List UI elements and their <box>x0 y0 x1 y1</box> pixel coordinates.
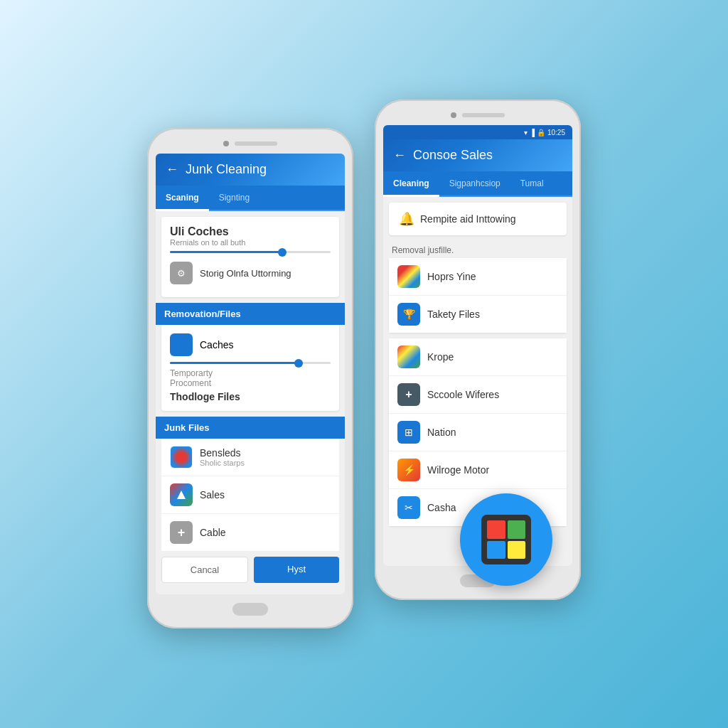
back-arrow-2-icon[interactable]: ← <box>393 148 406 163</box>
phone-1-title: Junk Cleaning <box>186 162 267 177</box>
phone-1: ← Junk Cleaning Scaning Signting Uli Coc… <box>147 128 353 628</box>
svg-marker-0 <box>177 491 186 499</box>
phone-1-screen: ← Junk Cleaning Scaning Signting Uli Coc… <box>156 154 345 594</box>
win-quad-yellow <box>508 541 526 560</box>
proc-label: Procoment <box>170 378 331 388</box>
phone-1-top <box>156 141 345 146</box>
section2-card: 👤 Caches Temporarty Procoment Thodloge F… <box>161 325 339 411</box>
back-arrow-icon[interactable]: ← <box>166 162 178 177</box>
section2-title: Removation/Files <box>156 303 345 325</box>
takety-files-icon: 🏆 <box>397 303 420 326</box>
bottom-bar: Cancal Hyst <box>161 557 339 583</box>
primary-button[interactable]: Hyst <box>254 557 339 583</box>
bensleds-item[interactable]: Bensleds Sholic starps <box>161 439 339 476</box>
sccoole-icon: + <box>397 383 420 406</box>
speaker <box>235 141 277 146</box>
krope-item[interactable]: Krope <box>389 338 567 376</box>
junk-files-list: Bensleds Sholic starps Sales + Cable <box>161 439 339 551</box>
phone-1-header: ← Junk Cleaning <box>156 154 345 186</box>
front-camera-2 <box>451 112 456 118</box>
phone-2-status-bar: ▾ ▐ 🔒 10:25 <box>383 125 572 139</box>
tab-sigpanhcsiop[interactable]: Sigpanhcsiop <box>439 171 510 196</box>
phone-2-top <box>383 112 572 118</box>
phone-1-tabs: Scaning Signting <box>156 186 345 211</box>
caches-row: 👤 Caches <box>170 333 331 356</box>
krope-name: Krope <box>427 351 454 363</box>
phone-2-screen: ▾ ▐ 🔒 10:25 ← Consoe Sales Cleaning Sigp… <box>383 125 572 566</box>
wilroge-icon: ⚡ <box>397 459 420 481</box>
cable-icon: + <box>170 521 193 544</box>
takety-files-name: Takety Files <box>427 309 480 320</box>
caches-thumb <box>294 359 303 368</box>
windows-icon <box>481 515 531 564</box>
tab-scaning[interactable]: Scaning <box>156 186 209 210</box>
home-button[interactable] <box>232 603 268 616</box>
win-quad-blue <box>487 541 505 560</box>
bensleds-text: Bensleds Sholic starps <box>200 447 331 467</box>
cable-item[interactable]: + Cable <box>161 514 339 551</box>
rempite-bar[interactable]: 🔔 Rempite aid Inttowing <box>389 203 567 235</box>
caches-fill <box>170 362 299 364</box>
slider-row <box>170 251 331 253</box>
hoprs-yine-name: Hoprs Yine <box>427 271 476 282</box>
cable-name: Cable <box>200 527 331 538</box>
wilroge-item[interactable]: ⚡ Wilroge Motor <box>389 451 567 489</box>
windows-badge <box>460 493 552 586</box>
sales-name: Sales <box>200 489 331 500</box>
caches-slider <box>170 362 331 364</box>
phone-2-header: ← Consoe Sales <box>383 139 572 171</box>
casha-icon: ✂ <box>397 496 420 519</box>
hoprs-yine-item[interactable]: Hoprs Yine <box>389 258 567 296</box>
cancel-button[interactable]: Cancal <box>161 557 248 583</box>
win-quad-green <box>508 520 526 539</box>
time-display: 10:25 <box>547 129 565 136</box>
caches-track[interactable] <box>170 362 331 364</box>
nation-icon: ⊞ <box>397 421 420 444</box>
storage-label: Storig Olnfa Uttorming <box>200 268 291 279</box>
cable-text: Cable <box>200 527 331 538</box>
slider-fill <box>170 251 282 253</box>
win-quad-red <box>487 520 505 539</box>
sales-icon <box>170 483 193 506</box>
phone-2-title: Consoe Sales <box>413 148 493 163</box>
slider-thumb <box>278 248 287 257</box>
bensleds-name: Bensleds <box>200 447 331 459</box>
sales-text: Sales <box>200 489 331 500</box>
tab-cleaning[interactable]: Cleaning <box>383 171 439 196</box>
group1-list: Hoprs Yine 🏆 Takety Files <box>389 258 567 333</box>
phone-2-tabs: Cleaning Sigpanhcsiop Tumal <box>383 171 572 197</box>
slider-track[interactable] <box>170 251 331 253</box>
user-subtitle: Rernials on to all buth <box>170 238 331 247</box>
section3-title: Junk Files <box>156 417 345 439</box>
front-camera <box>223 141 229 146</box>
user-card: Uli Coches Rernials on to all buth ⚙ Sto… <box>161 217 339 297</box>
hoprs-yine-icon <box>397 265 420 288</box>
storage-item: ⚙ Storig Olnfa Uttorming <box>170 257 331 289</box>
nation-name: Nation <box>427 427 456 438</box>
sales-item[interactable]: Sales <box>161 476 339 514</box>
caches-icon: 👤 <box>170 333 193 356</box>
rempite-text: Rempite aid Inttowing <box>420 213 516 225</box>
casha-name: Casha <box>427 502 456 513</box>
wifi-icon: ▾ <box>524 129 528 136</box>
removal-label: Removal jusfille. <box>383 241 572 258</box>
group2-list: Krope + Sccoole Wiferes ⊞ Nation ⚡ Wilro… <box>389 338 567 526</box>
phone-1-bottom <box>156 603 345 616</box>
tab-signting[interactable]: Signting <box>209 186 259 210</box>
storage-icon: ⚙ <box>170 262 193 284</box>
tab-tumal[interactable]: Tumal <box>510 171 554 196</box>
takety-files-item[interactable]: 🏆 Takety Files <box>389 296 567 333</box>
rempite-icon: 🔔 <box>399 211 414 227</box>
status-bar-right: ▾ ▐ 🔒 10:25 <box>524 129 565 136</box>
bensleds-icon <box>170 446 193 469</box>
krope-icon <box>397 346 420 368</box>
wilroge-name: Wilroge Motor <box>427 464 489 476</box>
user-name: Uli Coches <box>170 225 331 238</box>
phones-container: ← Junk Cleaning Scaning Signting Uli Coc… <box>147 100 581 628</box>
nation-item[interactable]: ⊞ Nation <box>389 414 567 451</box>
bensleds-sub: Sholic starps <box>200 459 331 467</box>
caches-label: Caches <box>200 339 233 350</box>
signal-icon: ▐ <box>530 129 535 136</box>
temp-label: Temporarty <box>170 368 331 378</box>
sccoole-item[interactable]: + Sccoole Wiferes <box>389 376 567 414</box>
